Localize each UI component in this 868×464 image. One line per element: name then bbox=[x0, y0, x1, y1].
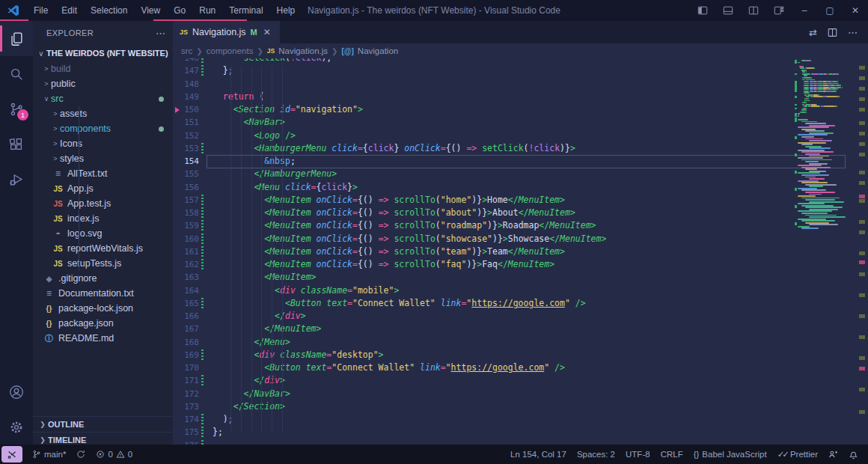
code-line[interactable]: 153 <HamburgerMenu click={click} onClick… bbox=[174, 142, 868, 155]
breadcrumb-components[interactable]: components bbox=[207, 46, 254, 55]
breadcrumb-navigation[interactable]: Navigation bbox=[358, 46, 398, 55]
tree-item-reportwebvitals-js[interactable]: JSreportWebVitals.js bbox=[33, 241, 173, 256]
timeline-section[interactable]: ❯ TIMELINE bbox=[33, 432, 173, 445]
tree-item-components[interactable]: >components bbox=[33, 121, 173, 136]
tree-item--gitignore[interactable]: ◆.gitignore bbox=[33, 271, 173, 286]
menu-terminal[interactable]: Terminal bbox=[222, 0, 269, 21]
code-line[interactable]: 155 </HamburgerMenu> bbox=[174, 168, 868, 180]
code-line[interactable]: 169 <div className="desktop"> bbox=[174, 349, 868, 361]
editor-more-icon[interactable]: ⋯ bbox=[848, 27, 858, 38]
code-line[interactable]: 171 </div> bbox=[174, 374, 868, 387]
tree-item-readme-md[interactable]: ⓘREADME.md bbox=[33, 331, 173, 346]
project-root-folder[interactable]: ∨ THE WEIRDOS (NFT WEBSITE) bbox=[33, 45, 173, 61]
tree-item-index-js[interactable]: JSindex.js bbox=[33, 211, 173, 226]
problems-status[interactable]: 0 0 bbox=[91, 445, 138, 464]
code-line[interactable]: 167 </MenuItem> bbox=[174, 323, 868, 335]
code-line[interactable]: 156 <Menu click={click}> bbox=[174, 181, 868, 194]
open-changes-icon[interactable]: ⇄ bbox=[809, 27, 817, 38]
language-mode[interactable]: {} Babel JavaScript bbox=[688, 445, 772, 464]
split-editor-icon[interactable] bbox=[741, 0, 766, 21]
notifications-bell-icon[interactable] bbox=[843, 445, 864, 464]
close-button[interactable]: ✕ bbox=[843, 0, 868, 21]
code-line[interactable]: 168 </Menu> bbox=[174, 336, 868, 349]
extensions-icon[interactable] bbox=[0, 126, 33, 162]
code-line[interactable]: 166 </div> bbox=[174, 310, 868, 323]
run-debug-icon[interactable] bbox=[0, 162, 33, 197]
tree-item-app-js[interactable]: JSApp.js bbox=[33, 181, 173, 196]
tree-item-public[interactable]: >public bbox=[33, 76, 173, 91]
tree-item-app-test-js[interactable]: JSApp.test.js bbox=[33, 196, 173, 211]
code-line[interactable]: 172 </NavBar> bbox=[174, 388, 868, 400]
sync-icon[interactable] bbox=[71, 445, 91, 464]
settings-gear-icon[interactable] bbox=[0, 409, 33, 445]
code-line[interactable]: 160 <MenuItem onClick={() => scrollTo("s… bbox=[174, 233, 868, 245]
code-line[interactable]: 154 &nbsp; bbox=[174, 155, 868, 168]
code-line[interactable]: 165 <Button text="Connect Wallet" link="… bbox=[174, 297, 868, 310]
tree-item-package-json[interactable]: {}package.json bbox=[33, 316, 173, 331]
code-line[interactable]: 150 <Section id="navigation"> bbox=[174, 103, 868, 116]
outline-section[interactable]: ❯ OUTLINE bbox=[33, 416, 173, 432]
breadcrumb-navigation-js[interactable]: Navigation.js bbox=[278, 46, 328, 55]
code-line[interactable]: 174 ); bbox=[174, 413, 868, 426]
tab-close-icon[interactable]: ✕ bbox=[263, 27, 271, 37]
code-line[interactable]: 152 <Logo /> bbox=[174, 129, 868, 142]
tree-item-logo-svg[interactable]: ◓logo.svg bbox=[33, 226, 173, 241]
overview-ruler[interactable] bbox=[856, 58, 868, 445]
menu-run[interactable]: Run bbox=[192, 0, 222, 21]
code-line[interactable]: 146 setClick(!click); bbox=[174, 58, 868, 64]
toggle-sidebar-icon[interactable] bbox=[690, 0, 715, 21]
explorer-more-icon[interactable]: ⋯ bbox=[156, 28, 165, 39]
tree-item-styles[interactable]: >styles bbox=[33, 151, 173, 166]
tree-item-documentation-txt[interactable]: ≡Documentation.txt bbox=[33, 286, 173, 301]
tree-item-icons[interactable]: >Icons bbox=[33, 136, 173, 151]
customize-layout-icon[interactable] bbox=[766, 0, 792, 21]
code-line[interactable]: 157 <MenuItem onClick={() => scrollTo("h… bbox=[174, 194, 868, 207]
minimap[interactable] bbox=[798, 58, 844, 445]
tree-item-alltext-txt[interactable]: ≡AllText.txt bbox=[33, 166, 173, 181]
menu-file[interactable]: File bbox=[27, 0, 55, 21]
split-editor-icon[interactable] bbox=[828, 28, 837, 37]
menu-edit[interactable]: Edit bbox=[55, 0, 84, 21]
minimize-button[interactable]: – bbox=[792, 0, 817, 21]
remote-indicator[interactable] bbox=[1, 446, 22, 463]
indentation-status[interactable]: Spaces: 2 bbox=[572, 445, 620, 464]
code-line[interactable]: 176 bbox=[174, 439, 868, 445]
tree-item-setuptests-js[interactable]: JSsetupTests.js bbox=[33, 256, 173, 271]
git-branch-status[interactable]: main* bbox=[27, 445, 71, 464]
menu-selection[interactable]: Selection bbox=[84, 0, 134, 21]
menu-go[interactable]: Go bbox=[167, 0, 192, 21]
toggle-panel-icon[interactable] bbox=[715, 0, 741, 21]
code-line[interactable]: 159 <MenuItem onClick={() => scrollTo("r… bbox=[174, 219, 868, 232]
eol-status[interactable]: CRLF bbox=[655, 445, 688, 464]
breadcrumb-src[interactable]: src bbox=[181, 46, 192, 55]
menu-help[interactable]: Help bbox=[270, 0, 302, 21]
code-line[interactable]: 158 <MenuItem onClick={() => scrollTo("a… bbox=[174, 207, 868, 219]
code-line[interactable]: 175}; bbox=[174, 426, 868, 439]
tab-navigation-js[interactable]: JS Navigation.js M ✕ bbox=[174, 21, 280, 43]
account-icon[interactable] bbox=[0, 374, 33, 409]
code-line[interactable]: 151 <NavBar> bbox=[174, 116, 868, 129]
code-editor[interactable]: 146 setClick(!click);147 };148149 return… bbox=[174, 58, 868, 445]
maximize-button[interactable]: ▢ bbox=[817, 0, 843, 21]
code-line[interactable]: 149 return ( bbox=[174, 91, 868, 103]
code-line[interactable]: 161 <MenuItem onClick={() => scrollTo("t… bbox=[174, 245, 868, 258]
code-line[interactable]: 164 <div className="mobile"> bbox=[174, 284, 868, 297]
code-line[interactable]: 148 bbox=[174, 78, 868, 91]
code-line[interactable]: 170 <Button text="Connect Wallet" link="… bbox=[174, 361, 868, 374]
tree-item-assets[interactable]: >assets bbox=[33, 106, 173, 121]
tree-item-package-lock-json[interactable]: {}package-lock.json bbox=[33, 301, 173, 316]
code-line[interactable]: 163 <MenuItem> bbox=[174, 271, 868, 284]
encoding-status[interactable]: UTF-8 bbox=[620, 445, 655, 464]
tree-item-src[interactable]: ∨src bbox=[33, 91, 173, 106]
explorer-icon[interactable] bbox=[0, 21, 33, 56]
code-line[interactable]: 173 </Section> bbox=[174, 400, 868, 413]
feedback-icon[interactable] bbox=[823, 445, 843, 464]
tree-item-build[interactable]: >build bbox=[33, 61, 173, 76]
source-control-icon[interactable]: 1 bbox=[0, 91, 33, 126]
menu-view[interactable]: View bbox=[134, 0, 167, 21]
search-icon[interactable] bbox=[0, 56, 33, 91]
code-line[interactable]: 147 }; bbox=[174, 64, 868, 77]
formatter-status[interactable]: ✓✓ Prettier bbox=[772, 445, 823, 464]
cursor-position[interactable]: Ln 154, Col 17 bbox=[505, 445, 572, 464]
code-line[interactable]: 162 <MenuItem onClick={() => scrollTo("f… bbox=[174, 258, 868, 271]
